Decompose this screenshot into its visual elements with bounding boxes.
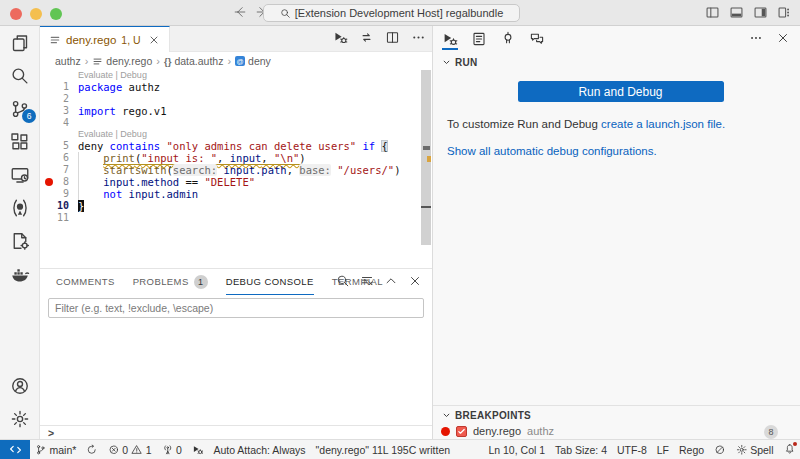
debug-icon (333, 30, 348, 45)
code-content[interactable] (76, 93, 78, 105)
code-content[interactable]: input.method == "DELETE" (76, 176, 255, 188)
line-number[interactable]: 11 (40, 212, 76, 224)
status-branch-status[interactable]: main* (30, 440, 81, 459)
toggle-primary-sidebar-icon[interactable] (705, 5, 720, 23)
status-file-written-status[interactable]: "deny.rego" 11L 195C written (311, 440, 456, 459)
customize-layout-icon[interactable] (777, 5, 792, 23)
clear-console-icon[interactable] (360, 274, 374, 291)
status-spell-checker[interactable]: Spell (731, 440, 779, 459)
breakpoint-icon[interactable] (45, 178, 53, 186)
status-notifications[interactable] (779, 440, 800, 459)
status-indentation[interactable]: Tab Size: 4 (550, 440, 612, 459)
code-token: "DELETE" (204, 176, 255, 188)
toggle-panel-icon[interactable] (729, 5, 744, 23)
breakpoint-checkbox[interactable] (456, 426, 467, 437)
status-language-mode[interactable]: Rego (674, 440, 709, 459)
activity-item-explorer[interactable] (0, 26, 39, 59)
activity-item-search[interactable] (0, 59, 39, 92)
view-tab-comments[interactable] (529, 26, 545, 52)
code-content[interactable]: not input.admin (76, 188, 198, 200)
show-all-text: Show all automatic debug configurations. (447, 144, 786, 160)
tab-deny-rego[interactable]: deny.rego 1, U (40, 26, 170, 52)
status-cursor-position[interactable]: Ln 10, Col 1 (483, 440, 550, 459)
code-editor[interactable]: Evaluate | Debug1package authz23import r… (40, 70, 432, 268)
line-number[interactable]: 4 (40, 117, 76, 129)
breadcrumb-item-deny-rego[interactable]: deny.rego (92, 55, 152, 67)
activity-item-opa[interactable] (0, 191, 39, 224)
panel-tab-comments[interactable]: COMMENTS (56, 269, 115, 295)
status-sync-status[interactable] (81, 440, 103, 459)
view-tab-notebook[interactable] (471, 26, 487, 52)
breadcrumb-item-deny[interactable]: @deny (235, 55, 271, 67)
console-filter-input[interactable] (48, 298, 424, 318)
breakpoint-row[interactable]: deny.regoauthz8 (441, 425, 800, 437)
line-number[interactable]: 6 (40, 152, 76, 164)
activity-item-rego-debugger[interactable] (0, 224, 39, 257)
line-number[interactable]: 1 (40, 81, 76, 93)
breakpoints-section-header[interactable]: BREAKPOINTS (441, 410, 800, 421)
indentation-label: Tab Size: 4 (555, 444, 607, 456)
code-content[interactable]: import rego.v1 (76, 105, 167, 117)
line-number[interactable]: 9 (40, 188, 76, 200)
run-and-debug-button[interactable]: Run and Debug (518, 81, 724, 102)
line-number[interactable]: 7 (40, 164, 76, 176)
more-actions-icon[interactable] (411, 30, 426, 48)
search-icon[interactable] (336, 274, 350, 291)
code-content[interactable] (76, 212, 78, 224)
views-more-icon[interactable] (749, 31, 763, 48)
panel-tab-debug-console[interactable]: DEBUG CONSOLE (226, 269, 314, 295)
overview-ruler[interactable] (420, 70, 432, 268)
activity-item-source-control[interactable]: 6 (0, 92, 39, 125)
codelens-link[interactable]: Evaluate | Debug (40, 70, 420, 81)
debug-icon[interactable] (333, 30, 348, 48)
code-content[interactable]: startswith(search: input.path, base: "/u… (76, 164, 400, 176)
status-auto-attach-status[interactable]: Auto Attach: Always (208, 440, 310, 459)
zoom-window-button[interactable] (50, 8, 62, 20)
command-center-text: [Extension Development Host] regalbundle (295, 7, 504, 19)
codelens-link[interactable]: Evaluate | Debug (40, 129, 420, 140)
status-eol[interactable]: LF (652, 440, 674, 459)
status-ports-status[interactable]: 0 (157, 440, 187, 459)
activity-item-extensions[interactable] (0, 125, 39, 158)
close-panel-icon[interactable] (408, 274, 422, 291)
code-content[interactable]: print("input is: ", input, "\n") (76, 152, 306, 164)
code-content[interactable]: deny contains "only admins can delete us… (76, 140, 388, 152)
status-remote-indicator[interactable] (0, 440, 30, 459)
activity-item-settings[interactable] (0, 402, 39, 435)
view-tab-plug[interactable] (500, 26, 516, 52)
panel-tab-problems[interactable]: PROBLEMS1 (133, 269, 208, 295)
activity-item-accounts[interactable] (0, 369, 39, 402)
line-number[interactable]: 2 (40, 93, 76, 105)
show-all-configurations-link[interactable]: Show all automatic debug configurations. (447, 145, 657, 157)
close-window-button[interactable] (10, 8, 22, 20)
breadcrumb-item-data-authz[interactable]: {}data.authz (164, 55, 223, 67)
toggle-secondary-sidebar-icon[interactable] (753, 5, 768, 23)
status-encoding[interactable]: UTF-8 (612, 440, 652, 459)
code-content[interactable]: } (76, 200, 84, 212)
debug-console-output[interactable] (40, 318, 432, 425)
breadcrumb-item-authz[interactable]: authz (55, 55, 81, 67)
line-number[interactable]: 3 (40, 105, 76, 117)
back-icon[interactable] (233, 5, 247, 19)
activity-item-docker[interactable] (0, 257, 39, 290)
close-tab-icon[interactable] (148, 34, 160, 46)
line-number[interactable]: 10 (40, 200, 76, 212)
line-number[interactable]: 5 (40, 140, 76, 152)
status-feedback[interactable] (709, 440, 731, 459)
minimize-window-button[interactable] (30, 8, 42, 20)
view-tab-run-and-debug[interactable] (442, 26, 458, 52)
status-debug-status[interactable] (187, 440, 209, 459)
run-section-header[interactable]: RUN (441, 57, 800, 68)
code-content[interactable] (76, 117, 78, 129)
activity-item-remote-explorer[interactable] (0, 158, 39, 191)
code-content[interactable]: package authz (76, 81, 160, 93)
command-center-search[interactable]: [Extension Development Host] regalbundle (263, 4, 520, 22)
debug-console-input[interactable]: > (40, 425, 432, 439)
close-sidebar-icon[interactable] (776, 31, 790, 48)
create-launch-json-link[interactable]: create a launch.json file. (601, 118, 725, 130)
line-number[interactable]: 8 (40, 176, 76, 188)
open-changes-icon[interactable] (359, 30, 374, 48)
split-editor-icon[interactable] (385, 30, 400, 48)
status-problems-status[interactable]: 01 (103, 440, 157, 459)
maximize-panel-icon[interactable] (384, 274, 398, 291)
